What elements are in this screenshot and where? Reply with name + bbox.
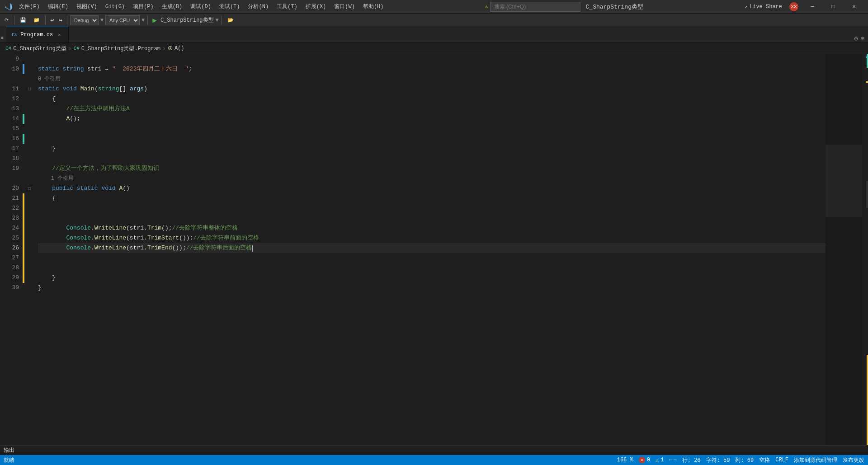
fold-30 (24, 283, 34, 293)
fold-11[interactable]: □ (24, 84, 34, 94)
close-button[interactable]: ✕ (844, 0, 864, 14)
breadcrumb-csharp-icon: C# (5, 46, 11, 51)
minimap (826, 54, 862, 445)
line-30-gutter: 30 (0, 283, 34, 293)
status-spaces[interactable]: 空格 (759, 456, 770, 464)
menu-window[interactable]: 窗口(W) (330, 1, 359, 12)
search-input[interactable] (490, 2, 580, 12)
fold-24 (24, 223, 34, 233)
breadcrumb-class-program[interactable]: C_SharpString类型.Program (81, 45, 160, 52)
menu-tools[interactable]: 工具(T) (273, 1, 301, 12)
status-publish[interactable]: 发布更改 (843, 456, 864, 464)
fold-22 (24, 203, 34, 213)
debug-config-select[interactable]: Debug (70, 15, 99, 25)
status-ready[interactable]: 就绪 (4, 456, 14, 464)
toolbar-save-all-button[interactable]: 📁 (31, 16, 42, 24)
breadcrumb-cs-icon-2: C# (74, 46, 80, 51)
line-14-gutter: 14 (0, 114, 34, 124)
open-folder-button[interactable]: 📂 (225, 16, 236, 24)
cpu-arrow-icon: ▼ (142, 17, 145, 23)
tab-settings-icon[interactable]: ⚙ (854, 35, 858, 42)
tab-filename: Program.cs (20, 32, 53, 38)
project-title: C_SharpString类型 (586, 3, 643, 11)
menu-git[interactable]: Git(G) (102, 2, 128, 12)
fold-26 (24, 243, 34, 253)
code-editor[interactable]: static string str1 = " 2022年四月二十六日 " ; 0… (34, 54, 826, 445)
line-23-gutter: 23 (0, 213, 34, 223)
code-line-16 (38, 134, 826, 144)
status-errors[interactable]: ✕ 0 (639, 457, 650, 463)
status-add-source[interactable]: 添加到源代码管理 (794, 456, 837, 464)
menu-debug[interactable]: 调试(D) (187, 1, 215, 12)
sidebar-toggle[interactable]: ≡ (0, 34, 6, 42)
text-cursor (252, 245, 253, 252)
back-icon[interactable]: ← (669, 457, 672, 463)
run-button[interactable]: ▶ (151, 16, 159, 25)
line-num-27: 27 (0, 253, 23, 263)
fold-ref1 (24, 174, 34, 183)
maximize-button[interactable]: □ (823, 0, 844, 14)
nav-history[interactable]: ← → (669, 457, 676, 463)
breadcrumb-method[interactable]: A() (175, 45, 184, 52)
toolbar-save-button[interactable]: 💾 (17, 16, 29, 24)
menu-help[interactable]: 帮助(H) (359, 1, 387, 12)
code-line-ref1: 1 个引用 (38, 174, 826, 183)
editor-scrollbar[interactable] (862, 54, 868, 445)
status-position[interactable]: 列: 69 (735, 456, 754, 464)
run-target-label: C_SharpString类型 (160, 16, 214, 24)
redo-button[interactable]: ↪ (57, 15, 64, 25)
status-col[interactable]: 字符: 59 (706, 456, 730, 464)
error-icon: ✕ (639, 457, 645, 463)
add-source-label: 添加到源代码管理 (794, 456, 837, 464)
fold-28 (24, 263, 34, 273)
line-num-20: 20 (0, 183, 23, 193)
menu-analyze[interactable]: 分析(N) (244, 1, 272, 12)
line-20-gutter: 20 □ (0, 183, 34, 193)
debug-arrow-icon: ▼ (100, 17, 104, 23)
cpu-config-select[interactable]: Any CPU (105, 15, 140, 25)
output-label[interactable]: 输出 (4, 446, 14, 454)
menu-edit[interactable]: 编辑(E) (44, 1, 72, 12)
sidebar-icon: ≡ (1, 36, 4, 41)
menu-test[interactable]: 测试(T) (216, 1, 244, 12)
spaces-label: 空格 (759, 456, 770, 464)
minimize-button[interactable]: ─ (802, 0, 823, 14)
code-line-12: { (38, 94, 826, 104)
encoding-label: CRLF (775, 457, 788, 463)
tab-close-button[interactable]: ✕ (56, 31, 63, 38)
line-13-gutter: 13 (0, 104, 34, 114)
undo-button[interactable]: ↩ (48, 15, 56, 25)
split-editor-icon[interactable]: ⊞ (861, 35, 864, 42)
menu-project[interactable]: 项目(P) (129, 1, 157, 12)
toolbar-new-button[interactable]: ⟳ (2, 16, 11, 24)
minimap-viewport (826, 145, 862, 217)
editor-main[interactable]: 9 10 11 □ 12 (0, 54, 868, 445)
tab-program-cs[interactable]: C# Program.cs ✕ (6, 27, 69, 42)
status-left: 就绪 (4, 456, 14, 464)
live-share-button[interactable]: ↗ Live Share (741, 2, 786, 11)
status-zoom[interactable]: 166 % (617, 457, 633, 463)
breadcrumb-class[interactable]: C_SharpString类型 (13, 45, 66, 52)
line-12-gutter: 12 (0, 94, 34, 104)
menu-build[interactable]: 生成(B) (158, 1, 186, 12)
menu-extensions[interactable]: 扩展(X) (302, 1, 330, 12)
fold-10 (24, 64, 34, 74)
menu-file[interactable]: 文件(F) (15, 1, 43, 12)
account-icon[interactable]: XX (789, 2, 798, 11)
fold-27 (24, 253, 34, 263)
output-bar: 输出 (0, 445, 868, 455)
status-encoding[interactable]: CRLF (775, 457, 788, 463)
fold-18 (24, 154, 34, 164)
line-num-26: 26 (0, 243, 23, 253)
forward-icon[interactable]: → (674, 457, 677, 463)
menu-view[interactable]: 视图(V) (73, 1, 101, 12)
status-row[interactable]: 行: 26 (682, 456, 701, 464)
fold-15 (24, 124, 34, 134)
fold-12 (24, 94, 34, 104)
toolbar-separator-2 (45, 16, 46, 25)
code-lines: static string str1 = " 2022年四月二十六日 " ; 0… (34, 54, 826, 293)
line-num-24: 24 (0, 223, 23, 233)
status-warnings[interactable]: ⚠ 1 (656, 457, 664, 464)
tab-action-icons: ⚙ ⊞ (850, 35, 868, 42)
fold-20[interactable]: □ (24, 183, 34, 193)
